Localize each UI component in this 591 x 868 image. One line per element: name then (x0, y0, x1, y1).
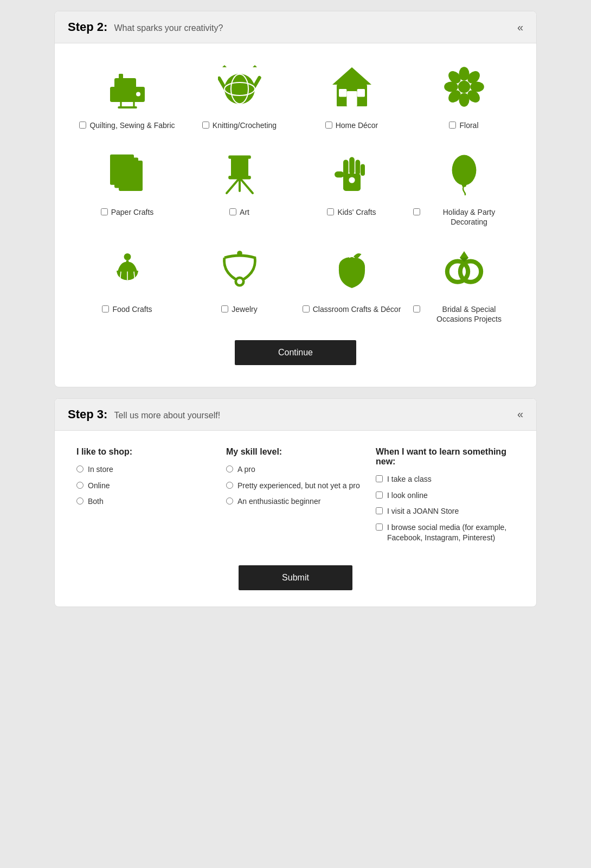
svg-rect-33 (110, 155, 134, 185)
craft-checkbox-food[interactable] (102, 305, 109, 312)
craft-checkbox-quilting[interactable] (79, 122, 86, 129)
craft-item-art: Art (189, 146, 290, 227)
classroom-icon (325, 244, 379, 298)
skill-pro[interactable]: A pro (226, 464, 365, 475)
floral-icon (437, 60, 491, 114)
svg-point-49 (124, 253, 131, 260)
paper-icon (100, 146, 155, 201)
svg-point-56 (237, 251, 242, 256)
craft-label-floral[interactable]: Floral (449, 120, 478, 130)
learning-class[interactable]: I take a class (376, 474, 515, 485)
skill-experienced[interactable]: Pretty experienced, but not yet a pro (226, 481, 365, 492)
craft-checkbox-bridal[interactable] (413, 305, 420, 312)
craft-label-homedecor[interactable]: Home Décor (325, 120, 378, 130)
svg-marker-13 (253, 65, 257, 67)
submit-btn-wrap: Submit (76, 565, 515, 590)
craft-checkbox-homedecor[interactable] (325, 122, 332, 129)
food-icon (100, 244, 155, 298)
svg-point-4 (136, 92, 140, 97)
art-icon (213, 146, 267, 201)
craft-item-floral: Floral (413, 60, 515, 130)
continue-btn-wrap: Continue (76, 340, 515, 365)
svg-line-36 (240, 178, 253, 193)
radio-experienced[interactable] (226, 482, 233, 489)
svg-point-58 (460, 261, 480, 282)
craft-item-bridal: Bridal & Special Occasions Projects (413, 244, 515, 324)
svg-rect-19 (339, 89, 346, 97)
craft-label-quilting[interactable]: Quilting, Sewing & Fabric (79, 120, 175, 130)
step3-content: I like to shop: In store Online Both My … (55, 431, 536, 607)
step2-content: Quilting, Sewing & Fabric (55, 43, 536, 387)
shopping-instore[interactable]: In store (76, 464, 215, 475)
svg-rect-38 (228, 156, 251, 159)
svg-rect-5 (123, 89, 132, 91)
checkbox-social[interactable] (376, 524, 383, 531)
svg-rect-44 (355, 160, 360, 175)
svg-point-55 (237, 279, 242, 284)
svg-marker-11 (222, 65, 227, 67)
svg-rect-1 (114, 78, 136, 89)
craft-item-food: Food Crafts (76, 244, 178, 324)
craft-checkbox-art[interactable] (229, 208, 236, 215)
radio-beginner[interactable] (226, 497, 233, 505)
shopping-col: I like to shop: In store Online Both (76, 447, 215, 549)
step3-collapse-icon[interactable]: « (517, 408, 523, 420)
craft-item-jewelry: Jewelry (189, 244, 290, 324)
checkbox-store[interactable] (376, 507, 383, 514)
sewing-icon (100, 60, 155, 114)
learning-heading: When I want to learn something new: (376, 447, 515, 467)
craft-item-kids: Kids' Crafts (301, 146, 402, 227)
step3-grid: I like to shop: In store Online Both My … (76, 447, 515, 549)
homedecor-icon (325, 60, 379, 114)
step3-header: Step 3: Tell us more about yourself! « (55, 399, 536, 431)
radio-online[interactable] (76, 482, 83, 489)
craft-checkbox-holiday[interactable] (413, 208, 420, 215)
learning-social[interactable]: I browse social media (for example, Face… (376, 522, 515, 544)
craft-label-kids[interactable]: Kids' Crafts (327, 207, 376, 217)
skill-col: My skill level: A pro Pretty experienced… (226, 447, 365, 549)
shopping-both[interactable]: Both (76, 496, 215, 507)
radio-both[interactable] (76, 497, 83, 505)
craft-checkbox-jewelry[interactable] (221, 305, 228, 312)
craft-label-paper[interactable]: Paper Crafts (101, 207, 154, 217)
craft-checkbox-knitting[interactable] (202, 122, 209, 129)
craft-checkbox-paper[interactable] (101, 208, 108, 215)
step2-collapse-icon[interactable]: « (517, 21, 523, 34)
radio-pro[interactable] (226, 465, 233, 473)
craft-label-classroom[interactable]: Classroom Crafts & Décor (303, 304, 401, 314)
craft-label-art[interactable]: Art (229, 207, 249, 217)
craft-label-jewelry[interactable]: Jewelry (221, 304, 257, 314)
craft-checkbox-kids[interactable] (327, 208, 334, 215)
submit-button[interactable]: Submit (239, 565, 352, 590)
skill-heading: My skill level: (226, 447, 365, 457)
step3-title: Step 3: Tell us more about yourself! (68, 407, 220, 422)
svg-point-30 (459, 81, 469, 92)
learning-store[interactable]: I visit a JOANN Store (376, 506, 515, 517)
shopping-heading: I like to shop: (76, 447, 215, 457)
kids-icon (325, 146, 379, 201)
radio-instore[interactable] (76, 465, 83, 473)
checkbox-lookonline[interactable] (376, 492, 383, 499)
craft-item-holiday: Holiday & Party Decorating (413, 146, 515, 227)
jewelry-icon (213, 244, 267, 298)
craft-checkbox-floral[interactable] (449, 122, 456, 129)
svg-rect-34 (231, 156, 248, 178)
step2-section: Step 2: What sparks your creativity? « (54, 11, 537, 387)
step2-title: Step 2: What sparks your creativity? (68, 20, 223, 34)
craft-label-food[interactable]: Food Crafts (102, 304, 152, 314)
svg-point-9 (224, 74, 255, 104)
step2-header: Step 2: What sparks your creativity? « (55, 11, 536, 43)
craft-label-holiday[interactable]: Holiday & Party Decorating (413, 207, 515, 227)
craft-checkbox-classroom[interactable] (303, 305, 310, 312)
craft-item-knitting: Knitting/Crocheting (189, 60, 290, 130)
continue-button[interactable]: Continue (235, 340, 356, 365)
svg-rect-45 (361, 164, 365, 176)
learning-online[interactable]: I look online (376, 490, 515, 501)
skill-beginner[interactable]: An enthusiastic beginner (226, 496, 365, 507)
checkbox-class[interactable] (376, 475, 383, 482)
svg-rect-8 (118, 106, 137, 108)
knitting-icon (213, 60, 267, 114)
shopping-online[interactable]: Online (76, 481, 215, 492)
craft-label-knitting[interactable]: Knitting/Crocheting (202, 120, 277, 130)
craft-label-bridal[interactable]: Bridal & Special Occasions Projects (413, 304, 515, 324)
